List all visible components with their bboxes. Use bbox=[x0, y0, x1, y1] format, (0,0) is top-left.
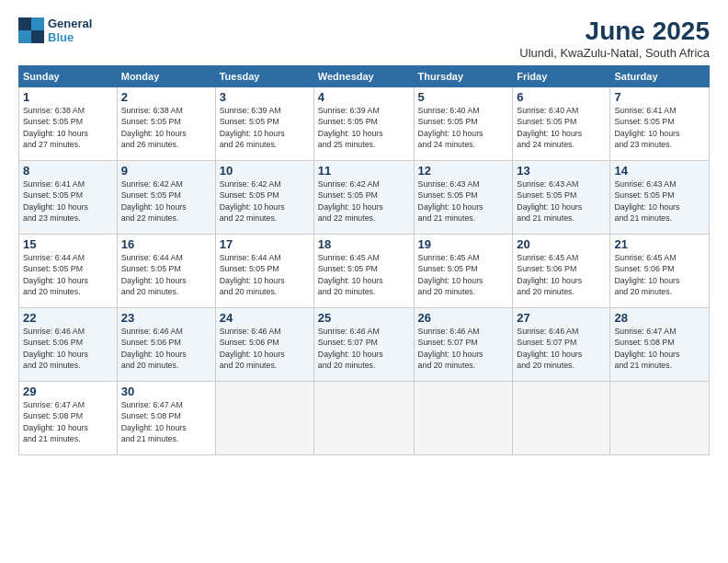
calendar-cell: 24Sunrise: 6:46 AM Sunset: 5:06 PM Dayli… bbox=[215, 308, 313, 382]
calendar-cell bbox=[610, 382, 710, 455]
calendar-cell: 30Sunrise: 6:47 AM Sunset: 5:08 PM Dayli… bbox=[117, 382, 215, 455]
calendar-cell: 11Sunrise: 6:42 AM Sunset: 5:05 PM Dayli… bbox=[313, 161, 414, 235]
day-number: 29 bbox=[23, 385, 113, 398]
calendar-cell: 6Sunrise: 6:40 AM Sunset: 5:05 PM Daylig… bbox=[513, 87, 610, 161]
day-info: Sunrise: 6:42 AM Sunset: 5:05 PM Dayligh… bbox=[318, 178, 410, 224]
col-header-monday: Monday bbox=[117, 66, 215, 87]
calendar-cell: 9Sunrise: 6:42 AM Sunset: 5:05 PM Daylig… bbox=[117, 161, 215, 235]
day-number: 7 bbox=[614, 90, 705, 104]
calendar-header-row: SundayMondayTuesdayWednesdayThursdayFrid… bbox=[19, 66, 710, 87]
day-info: Sunrise: 6:45 AM Sunset: 5:05 PM Dayligh… bbox=[318, 252, 410, 297]
day-info: Sunrise: 6:39 AM Sunset: 5:05 PM Dayligh… bbox=[220, 105, 310, 150]
day-info: Sunrise: 6:47 AM Sunset: 5:08 PM Dayligh… bbox=[121, 399, 211, 444]
page: General Blue June 2025 Ulundi, KwaZulu-N… bbox=[0, 0, 728, 563]
calendar-cell: 17Sunrise: 6:44 AM Sunset: 5:05 PM Dayli… bbox=[215, 235, 313, 308]
calendar-cell: 7Sunrise: 6:41 AM Sunset: 5:05 PM Daylig… bbox=[610, 87, 710, 161]
day-info: Sunrise: 6:40 AM Sunset: 5:05 PM Dayligh… bbox=[418, 105, 509, 150]
logo-icon bbox=[18, 17, 44, 43]
calendar-cell: 3Sunrise: 6:39 AM Sunset: 5:05 PM Daylig… bbox=[215, 87, 313, 161]
day-number: 23 bbox=[121, 311, 211, 325]
day-number: 18 bbox=[318, 237, 410, 251]
day-number: 14 bbox=[614, 164, 705, 178]
day-number: 15 bbox=[23, 237, 113, 251]
day-info: Sunrise: 6:46 AM Sunset: 5:07 PM Dayligh… bbox=[318, 326, 410, 371]
day-number: 27 bbox=[517, 311, 606, 325]
calendar-cell: 4Sunrise: 6:39 AM Sunset: 5:05 PM Daylig… bbox=[313, 87, 414, 161]
day-info: Sunrise: 6:46 AM Sunset: 5:07 PM Dayligh… bbox=[418, 326, 509, 371]
day-number: 1 bbox=[23, 90, 113, 104]
calendar-cell: 13Sunrise: 6:43 AM Sunset: 5:05 PM Dayli… bbox=[513, 161, 610, 235]
col-header-saturday: Saturday bbox=[610, 66, 710, 87]
calendar-cell: 1Sunrise: 6:38 AM Sunset: 5:05 PM Daylig… bbox=[19, 87, 118, 161]
calendar-cell bbox=[513, 382, 610, 455]
day-info: Sunrise: 6:39 AM Sunset: 5:05 PM Dayligh… bbox=[318, 105, 410, 150]
day-info: Sunrise: 6:38 AM Sunset: 5:05 PM Dayligh… bbox=[121, 105, 211, 150]
calendar-cell: 26Sunrise: 6:46 AM Sunset: 5:07 PM Dayli… bbox=[414, 308, 513, 382]
day-info: Sunrise: 6:47 AM Sunset: 5:08 PM Dayligh… bbox=[23, 399, 113, 444]
calendar-cell: 8Sunrise: 6:41 AM Sunset: 5:05 PM Daylig… bbox=[19, 161, 118, 235]
day-info: Sunrise: 6:42 AM Sunset: 5:05 PM Dayligh… bbox=[220, 178, 310, 224]
col-header-friday: Friday bbox=[513, 66, 610, 87]
day-number: 3 bbox=[220, 90, 310, 104]
calendar-cell: 27Sunrise: 6:46 AM Sunset: 5:07 PM Dayli… bbox=[513, 308, 610, 382]
day-number: 11 bbox=[318, 164, 410, 178]
calendar-cell: 28Sunrise: 6:47 AM Sunset: 5:08 PM Dayli… bbox=[610, 308, 710, 382]
calendar-cell: 2Sunrise: 6:38 AM Sunset: 5:05 PM Daylig… bbox=[117, 87, 215, 161]
calendar-cell: 22Sunrise: 6:46 AM Sunset: 5:06 PM Dayli… bbox=[19, 308, 118, 382]
day-number: 5 bbox=[418, 90, 509, 104]
day-info: Sunrise: 6:45 AM Sunset: 5:05 PM Dayligh… bbox=[418, 252, 509, 297]
day-number: 24 bbox=[220, 311, 310, 325]
calendar-cell bbox=[414, 382, 513, 455]
calendar-cell: 25Sunrise: 6:46 AM Sunset: 5:07 PM Dayli… bbox=[313, 308, 414, 382]
day-info: Sunrise: 6:41 AM Sunset: 5:05 PM Dayligh… bbox=[614, 105, 705, 150]
day-number: 2 bbox=[121, 90, 211, 104]
day-info: Sunrise: 6:47 AM Sunset: 5:08 PM Dayligh… bbox=[614, 326, 705, 371]
calendar-cell bbox=[215, 382, 313, 455]
calendar-cell: 16Sunrise: 6:44 AM Sunset: 5:05 PM Dayli… bbox=[117, 235, 215, 308]
col-header-tuesday: Tuesday bbox=[215, 66, 313, 87]
logo: General Blue bbox=[18, 17, 92, 44]
day-number: 28 bbox=[614, 311, 705, 325]
day-info: Sunrise: 6:45 AM Sunset: 5:06 PM Dayligh… bbox=[614, 252, 705, 297]
calendar-cell: 14Sunrise: 6:43 AM Sunset: 5:05 PM Dayli… bbox=[610, 161, 710, 235]
day-info: Sunrise: 6:38 AM Sunset: 5:05 PM Dayligh… bbox=[23, 105, 113, 150]
calendar-cell: 23Sunrise: 6:46 AM Sunset: 5:06 PM Dayli… bbox=[117, 308, 215, 382]
calendar-cell: 19Sunrise: 6:45 AM Sunset: 5:05 PM Dayli… bbox=[414, 235, 513, 308]
header: General Blue June 2025 Ulundi, KwaZulu-N… bbox=[18, 17, 710, 60]
calendar-cell: 20Sunrise: 6:45 AM Sunset: 5:06 PM Dayli… bbox=[513, 235, 610, 308]
day-number: 13 bbox=[517, 164, 606, 178]
calendar-week-5: 29Sunrise: 6:47 AM Sunset: 5:08 PM Dayli… bbox=[19, 382, 710, 455]
day-info: Sunrise: 6:44 AM Sunset: 5:05 PM Dayligh… bbox=[220, 252, 310, 297]
day-number: 21 bbox=[614, 237, 705, 251]
day-info: Sunrise: 6:46 AM Sunset: 5:06 PM Dayligh… bbox=[121, 326, 211, 371]
calendar-cell: 5Sunrise: 6:40 AM Sunset: 5:05 PM Daylig… bbox=[414, 87, 513, 161]
day-info: Sunrise: 6:44 AM Sunset: 5:05 PM Dayligh… bbox=[23, 252, 113, 297]
calendar-subtitle: Ulundi, KwaZulu-Natal, South Africa bbox=[519, 46, 710, 60]
day-info: Sunrise: 6:45 AM Sunset: 5:06 PM Dayligh… bbox=[517, 252, 606, 297]
calendar-cell: 12Sunrise: 6:43 AM Sunset: 5:05 PM Dayli… bbox=[414, 161, 513, 235]
day-number: 6 bbox=[517, 90, 606, 104]
day-number: 25 bbox=[318, 311, 410, 325]
day-number: 16 bbox=[121, 237, 211, 251]
day-number: 20 bbox=[517, 237, 606, 251]
calendar-week-4: 22Sunrise: 6:46 AM Sunset: 5:06 PM Dayli… bbox=[19, 308, 710, 382]
calendar-cell: 18Sunrise: 6:45 AM Sunset: 5:05 PM Dayli… bbox=[313, 235, 414, 308]
svg-rect-0 bbox=[18, 17, 31, 30]
col-header-wednesday: Wednesday bbox=[313, 66, 414, 87]
day-number: 22 bbox=[23, 311, 113, 325]
day-number: 10 bbox=[220, 164, 310, 178]
day-info: Sunrise: 6:46 AM Sunset: 5:07 PM Dayligh… bbox=[517, 326, 606, 371]
calendar-week-2: 8Sunrise: 6:41 AM Sunset: 5:05 PM Daylig… bbox=[19, 161, 710, 235]
day-info: Sunrise: 6:40 AM Sunset: 5:05 PM Dayligh… bbox=[517, 105, 606, 150]
calendar-week-3: 15Sunrise: 6:44 AM Sunset: 5:05 PM Dayli… bbox=[19, 235, 710, 308]
calendar-title: June 2025 bbox=[519, 17, 710, 46]
day-info: Sunrise: 6:43 AM Sunset: 5:05 PM Dayligh… bbox=[517, 178, 606, 224]
day-number: 9 bbox=[121, 164, 211, 178]
day-number: 4 bbox=[318, 90, 410, 104]
day-number: 12 bbox=[418, 164, 509, 178]
day-info: Sunrise: 6:43 AM Sunset: 5:05 PM Dayligh… bbox=[418, 178, 509, 224]
day-number: 17 bbox=[220, 237, 310, 251]
day-number: 30 bbox=[121, 385, 211, 398]
day-number: 19 bbox=[418, 237, 509, 251]
title-block: June 2025 Ulundi, KwaZulu-Natal, South A… bbox=[519, 17, 710, 60]
